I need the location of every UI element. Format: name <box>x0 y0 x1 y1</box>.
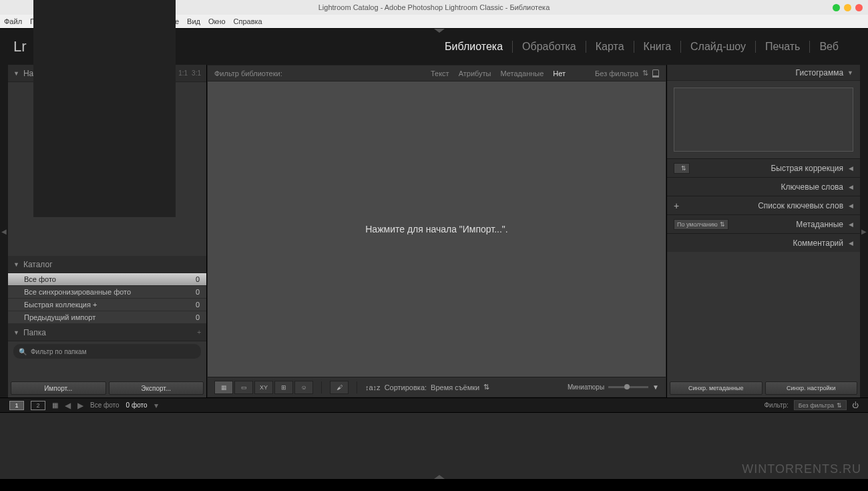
primary-display-button[interactable]: 1 <box>9 401 24 410</box>
lock-icon[interactable] <box>652 69 659 77</box>
menu-help[interactable]: Справка <box>234 17 262 25</box>
right-edge-toggle[interactable]: ▶ <box>860 65 868 397</box>
module-slideshow[interactable]: Слайд-шоу <box>681 41 756 53</box>
view-grid-button[interactable]: ▦ <box>214 381 233 394</box>
catalog-title: Каталог <box>23 260 53 269</box>
filter-preset[interactable]: Без фильтра <box>595 69 638 77</box>
close-button[interactable] <box>855 4 863 11</box>
window-controls <box>833 4 863 11</box>
filmstrip[interactable]: WINTORRENTS.RU <box>0 412 868 479</box>
grid-view[interactable]: Нажмите для начала "Импорт...". <box>208 81 666 377</box>
chevron-updown-icon: ⇅ <box>483 383 489 391</box>
filter-none[interactable]: Нет <box>553 69 566 77</box>
nav-1to1[interactable]: 1:1 <box>178 69 188 77</box>
window-title: Lightroom Catalog - Adobe Photoshop Ligh… <box>318 3 550 11</box>
chevron-updown-icon: ⇅ <box>642 69 648 77</box>
watermark: WINTORRENTS.RU <box>742 462 861 476</box>
keyword-list-title: Список ключевых слов <box>758 201 843 210</box>
comments-header[interactable]: Комментарий ◀ <box>667 233 860 252</box>
nav-3to1[interactable]: 3:1 <box>192 69 201 77</box>
view-loupe-button[interactable]: ▭ <box>234 381 253 394</box>
plus-icon[interactable]: + <box>674 200 679 211</box>
breadcrumb-menu[interactable]: ▾ <box>154 401 158 410</box>
catalog-row-count: 0 <box>196 301 200 309</box>
grid-toolbar: ▦ ▭ XY ⊞ ☺ 🖌 ↕a↕z Сортировка: Время съём… <box>208 377 666 397</box>
right-panel: Гистограмма ▼ ⇅ Быстрая коррекция ◀ Ключ… <box>666 65 860 397</box>
keyword-list-header[interactable]: + Список ключевых слов ◀ <box>667 196 860 214</box>
filter-metadata[interactable]: Метаданные <box>501 69 544 77</box>
sort-direction-icon[interactable]: ↕a↕z <box>365 383 381 391</box>
menu-view[interactable]: Вид <box>187 17 200 25</box>
thumbnail-size-slider[interactable] <box>608 386 648 388</box>
catalog-synced[interactable]: Все синхронизированные фото 0 <box>8 286 206 299</box>
catalog-row-label: Все синхронизированные фото <box>24 288 131 296</box>
filter-attributes[interactable]: Атрибуты <box>459 69 491 77</box>
catalog-list: Все фото 0 Все синхронизированные фото 0… <box>8 273 206 324</box>
module-book[interactable]: Книга <box>634 41 681 53</box>
search-icon: 🔍 <box>19 348 27 355</box>
metadata-preset-select[interactable]: По умолчанию⇅ <box>674 219 728 230</box>
nav-back-button[interactable]: ◀ <box>65 401 71 410</box>
filter-switch-icon[interactable]: ⏻ <box>852 401 859 409</box>
sort-label: Сортировка: <box>385 383 427 391</box>
catalog-all-photos[interactable]: Все фото 0 <box>8 273 206 286</box>
catalog-previous-import[interactable]: Предыдущий импорт 0 <box>8 311 206 324</box>
center-panel: Фильтр библиотеки: Текст Атрибуты Метада… <box>207 65 666 397</box>
module-develop[interactable]: Обработка <box>513 41 586 53</box>
plus-icon[interactable]: + <box>197 329 201 336</box>
folder-filter-input[interactable]: 🔍 Фильтр по папкам <box>13 344 201 359</box>
maximize-button[interactable] <box>844 4 851 11</box>
folders-header[interactable]: ▼ Папка + <box>8 324 206 341</box>
toolbar-menu-chevron[interactable]: ▼ <box>652 383 659 391</box>
catalog-row-label: Предыдущий импорт <box>24 313 95 321</box>
chevron-down-icon: ▼ <box>847 69 853 76</box>
identity-plate: Lr Adobe Lightroom Classic CC Get starte… <box>0 28 868 65</box>
catalog-quick-collection[interactable]: Быстрая коллекция + 0 <box>8 299 206 311</box>
catalog-header[interactable]: ▼ Каталог <box>8 256 206 273</box>
view-survey-button[interactable]: ⊞ <box>274 381 293 394</box>
identity-main[interactable]: Get started with Lightroom CC ▸ <box>33 0 176 217</box>
catalog-row-label: Быстрая коллекция + <box>24 301 97 309</box>
histogram-header[interactable]: Гистограмма ▼ <box>667 65 860 81</box>
menu-window[interactable]: Окно <box>208 17 226 25</box>
import-button[interactable]: Импорт... <box>11 381 106 395</box>
export-button[interactable]: Экспорт... <box>109 381 204 395</box>
minimize-button[interactable] <box>833 4 840 11</box>
sort-value[interactable]: Время съёмки <box>431 383 479 391</box>
comments-title: Комментарий <box>793 238 843 248</box>
painter-tool[interactable]: 🖌 <box>330 381 349 394</box>
left-edge-toggle[interactable]: ◀ <box>0 65 8 397</box>
chevron-left-icon: ◀ <box>849 202 853 209</box>
module-print[interactable]: Печать <box>756 41 810 53</box>
sync-metadata-button[interactable]: Синхр. метаданные <box>670 381 763 395</box>
library-filter-bar: Фильтр библиотеки: Текст Атрибуты Метада… <box>208 65 666 81</box>
filmstrip-filter-select[interactable]: Без фильтра⇅ <box>794 400 847 410</box>
catalog-row-count: 0 <box>196 288 200 296</box>
module-web[interactable]: Веб <box>810 41 848 53</box>
chevron-left-icon: ◀ <box>849 240 853 247</box>
folder-filter-placeholder: Фильтр по папкам <box>31 348 87 355</box>
chevron-left-icon: ◀ <box>849 165 853 172</box>
metadata-header[interactable]: По умолчанию⇅ Метаданные ◀ <box>667 214 860 233</box>
view-people-button[interactable]: ☺ <box>294 381 313 394</box>
histogram-title: Гистограмма <box>796 68 843 77</box>
grid-icon[interactable]: ▦ <box>52 401 58 409</box>
secondary-display-button[interactable]: 2 <box>31 401 45 410</box>
module-library[interactable]: Библиотека <box>435 41 513 53</box>
folders-title: Папка <box>23 328 46 337</box>
preset-select[interactable]: ⇅ <box>674 163 690 174</box>
empty-grid-message: Нажмите для начала "Импорт...". <box>365 224 507 234</box>
filmstrip-infobar: 1 2 ▦ ◀ ▶ Все фото 0 фото ▾ Фильтр: Без … <box>0 397 868 412</box>
quick-develop-header[interactable]: ⇅ Быстрая коррекция ◀ <box>667 158 860 177</box>
nav-forward-button[interactable]: ▶ <box>77 401 83 410</box>
keywording-header[interactable]: Ключевые слова ◀ <box>667 177 860 196</box>
histogram-display <box>674 88 853 152</box>
filmstrip-filter-label: Фильтр: <box>764 401 788 409</box>
filter-text[interactable]: Текст <box>431 69 449 77</box>
thumbnail-label: Миниатюры <box>568 383 604 391</box>
sync-settings-button[interactable]: Синхр. настройки <box>765 381 858 395</box>
breadcrumb[interactable]: Все фото <box>90 401 120 409</box>
keywording-title: Ключевые слова <box>781 182 843 192</box>
view-compare-button[interactable]: XY <box>254 381 273 394</box>
module-map[interactable]: Карта <box>586 41 634 53</box>
